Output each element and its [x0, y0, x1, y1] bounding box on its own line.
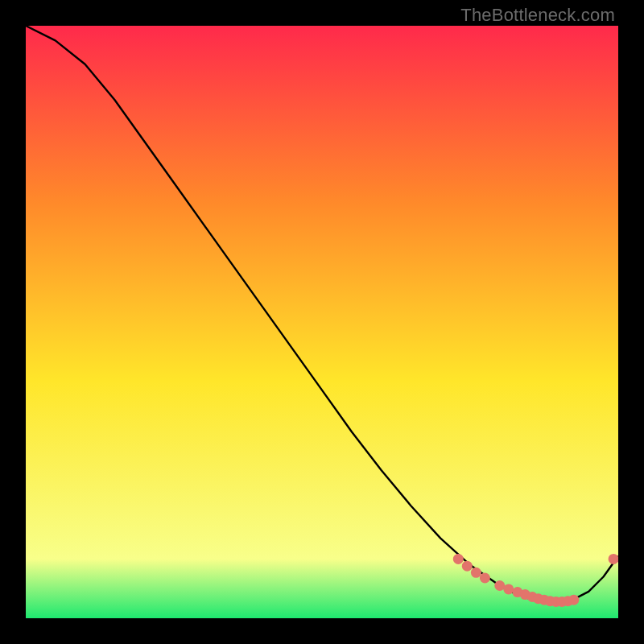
data-marker [609, 554, 618, 564]
data-marker [480, 573, 490, 584]
data-marker [568, 595, 579, 605]
chart-frame [26, 26, 618, 618]
data-marker [462, 561, 473, 572]
bottleneck-chart [26, 26, 618, 618]
data-marker [503, 584, 514, 594]
data-marker [471, 568, 481, 578]
gradient-bg [26, 26, 618, 618]
watermark-text: TheBottleneck.com [460, 5, 615, 26]
data-marker [453, 554, 464, 564]
